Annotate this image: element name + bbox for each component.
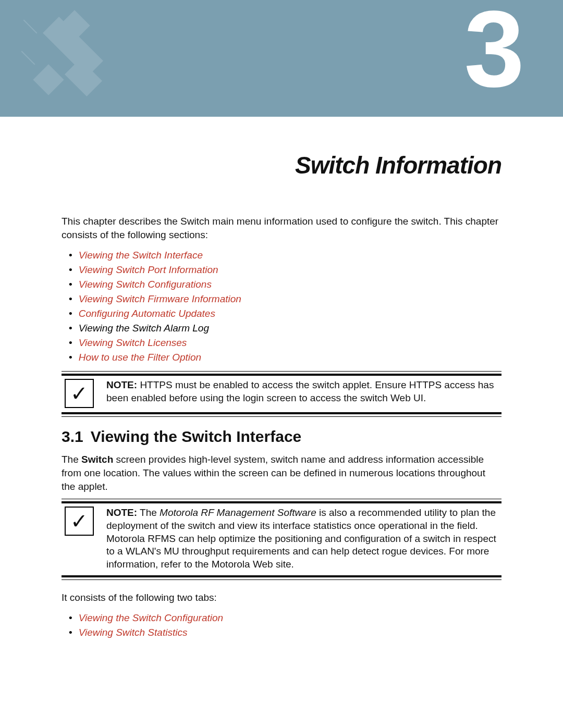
toc-link[interactable]: Viewing Switch Port Information xyxy=(79,264,218,276)
note-body: HTTPS must be enabled to access the swit… xyxy=(106,379,494,403)
toc-link[interactable]: Viewing the Switch Interface xyxy=(79,250,203,261)
note-text: NOTE: HTTPS must be enabled to access th… xyxy=(106,379,501,404)
note-label: NOTE: xyxy=(106,507,137,518)
page: 3 Switch Information This chapter descri… xyxy=(0,0,563,638)
italic-term: Motorola RF Management Software xyxy=(160,507,316,518)
toc-item[interactable]: Viewing Switch Port Information xyxy=(69,264,501,276)
toc-text: Viewing the Switch Alarm Log xyxy=(79,323,209,334)
page-body: Switch Information This chapter describe… xyxy=(0,151,563,638)
check-icon: ✓ xyxy=(65,507,94,536)
section-number: 3.1 xyxy=(62,428,83,446)
note-text: NOTE: The Motorola RF Management Softwar… xyxy=(106,507,501,571)
toc-item: Viewing the Switch Alarm Log xyxy=(69,323,501,334)
section-body: The Switch screen provides high-level sy… xyxy=(62,453,501,493)
note-label: NOTE: xyxy=(106,379,137,390)
section-heading: 3.1 Viewing the Switch Interface xyxy=(62,428,501,446)
bold-term: Switch xyxy=(81,454,113,465)
toc-link[interactable]: Viewing Switch Licenses xyxy=(79,337,187,349)
toc-link[interactable]: Viewing Switch Firmware Information xyxy=(79,293,241,305)
toc-item[interactable]: How to use the Filter Option xyxy=(69,352,501,363)
toc-list: Viewing the Switch Interface Viewing Swi… xyxy=(69,250,501,363)
note-block: ✓ NOTE: The Motorola RF Management Softw… xyxy=(62,501,501,577)
toc-link[interactable]: How to use the Filter Option xyxy=(79,352,202,363)
toc-item[interactable]: Viewing Switch Firmware Information xyxy=(69,293,501,305)
note-block: ✓ NOTE: HTTPS must be enabled to access … xyxy=(62,374,501,414)
toc-link[interactable]: Configuring Automatic Updates xyxy=(79,308,215,319)
section-title-text: Viewing the Switch Interface xyxy=(91,428,302,446)
toc-item[interactable]: Configuring Automatic Updates xyxy=(69,308,501,319)
toc-item[interactable]: Viewing the Switch Configuration xyxy=(69,612,501,624)
chapter-number: 3 xyxy=(464,0,521,103)
toc-item[interactable]: Viewing Switch Configurations xyxy=(69,279,501,290)
banner-graphic xyxy=(16,5,130,117)
chapter-banner: 3 xyxy=(0,0,563,117)
chapter-intro: This chapter describes the Switch main m… xyxy=(62,215,501,241)
toc-item[interactable]: Viewing the Switch Interface xyxy=(69,250,501,261)
toc-item[interactable]: Viewing Switch Licenses xyxy=(69,337,501,349)
tabs-list: Viewing the Switch Configuration Viewing… xyxy=(69,612,501,638)
toc-link[interactable]: Viewing Switch Configurations xyxy=(79,279,212,290)
toc-link[interactable]: Viewing Switch Statistics xyxy=(79,627,188,638)
toc-link[interactable]: Viewing the Switch Configuration xyxy=(79,612,223,624)
check-icon: ✓ xyxy=(65,379,94,408)
chapter-title: Switch Information xyxy=(62,151,501,179)
tabs-intro: It consists of the following two tabs: xyxy=(62,591,501,604)
toc-item[interactable]: Viewing Switch Statistics xyxy=(69,627,501,638)
